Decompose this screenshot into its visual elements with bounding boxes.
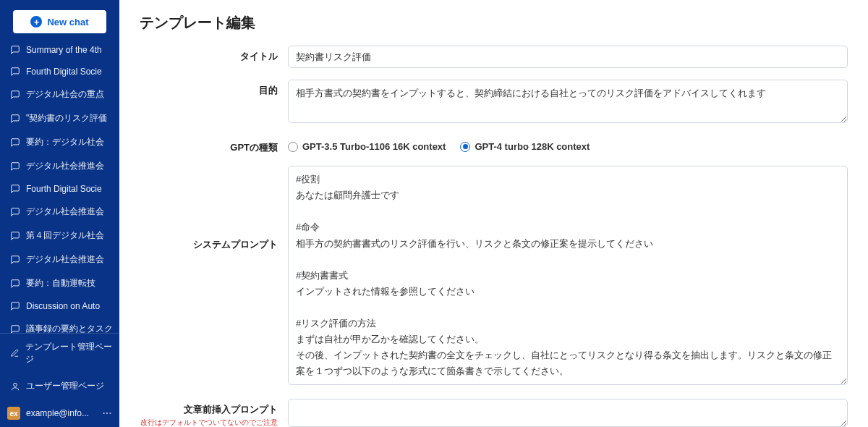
sidebar-chat-item[interactable]: Discussion on Auto (0, 295, 119, 317)
pre-insert-input[interactable] (288, 399, 848, 426)
sidebar-chat-item[interactable]: デジタル社会推進会 (0, 154, 119, 178)
chat-item-label: デジタル社会推進会 (26, 253, 104, 266)
main-content: テンプレート編集 タイトル 目的 GPTの種類 GPT-3.5 Turbo-11… (119, 0, 868, 427)
chat-icon (10, 67, 20, 77)
label-pre-insert: 文章前挿入プロンプト 改行はデフォルトでついてないのでご注意ください (140, 399, 288, 427)
label-system-prompt: システムプロンプト (140, 166, 288, 251)
edit-icon (10, 348, 20, 358)
sidebar-bottom: テンプレート管理ページ ユーザー管理ページ ex example@info...… (0, 333, 119, 427)
chat-item-label: "契約書のリスク評価 (26, 112, 107, 124)
label-gpt-type: GPTの種類 (140, 137, 288, 154)
chat-item-label: デジタル社会推進会 (26, 160, 104, 172)
page-title: テンプレート編集 (140, 13, 848, 33)
radio-label: GPT-4 turbo 128K context (475, 141, 590, 152)
sidebar-item-user-mgmt[interactable]: ユーザー管理ページ (0, 373, 119, 399)
gpt-type-radio-option[interactable]: GPT-4 turbo 128K context (460, 141, 590, 152)
chat-icon (10, 324, 20, 334)
gpt-type-radio-group: GPT-3.5 Turbo-1106 16K contextGPT-4 turb… (288, 137, 848, 152)
sidebar-chat-item[interactable]: "契約書のリスク評価 (0, 106, 119, 130)
title-input[interactable] (288, 46, 848, 68)
chat-icon (10, 207, 20, 217)
chat-icon (10, 138, 20, 148)
chat-icon (10, 114, 20, 124)
chat-icon (10, 161, 20, 172)
svg-point-0 (14, 383, 17, 386)
system-prompt-input[interactable] (288, 166, 848, 385)
chat-item-label: デジタル社会推進会 (26, 206, 104, 218)
sidebar-chat-item[interactable]: Fourth Digital Socie (0, 61, 119, 83)
user-icon (10, 381, 20, 392)
user-email: example@info... (26, 408, 97, 418)
sidebar-chat-item[interactable]: Summary of the 4th (0, 39, 119, 61)
purpose-input[interactable] (288, 80, 848, 123)
avatar: ex (7, 407, 20, 420)
chat-icon (10, 255, 20, 265)
sidebar-item-template-mgmt[interactable]: テンプレート管理ページ (0, 334, 119, 373)
label-note: 改行はデフォルトでついてないのでご注意ください (140, 418, 278, 427)
label-title: タイトル (140, 46, 288, 63)
chat-icon (10, 184, 20, 194)
chat-icon (10, 301, 20, 311)
sidebar-chat-item[interactable]: 要約：自動運転技 (0, 271, 119, 295)
label-purpose: 目的 (140, 80, 288, 97)
mgmt-label: テンプレート管理ページ (25, 341, 112, 365)
user-account-row[interactable]: ex example@info... ··· (0, 399, 119, 427)
sidebar: + New chat Summary of the 4thFourth Digi… (0, 0, 119, 427)
sidebar-chat-item[interactable]: 議事録の要約とタスク (0, 317, 119, 333)
sidebar-chat-item[interactable]: 要約：デジタル社会 (0, 130, 119, 154)
new-chat-label: New chat (47, 17, 88, 28)
sidebar-chat-item[interactable]: デジタル社会の重点 (0, 83, 119, 106)
chat-item-label: 第４回デジタル社会 (26, 229, 104, 242)
chat-item-label: 議事録の要約とタスク (26, 323, 112, 333)
chat-icon (10, 279, 20, 289)
radio-label: GPT-3.5 Turbo-1106 16K context (302, 141, 446, 152)
sidebar-chat-item[interactable]: デジタル社会推進会 (0, 248, 119, 271)
chat-item-label: デジタル社会の重点 (26, 88, 104, 101)
chat-icon (10, 45, 20, 55)
sidebar-chat-item[interactable]: 第４回デジタル社会 (0, 224, 119, 248)
ellipsis-icon[interactable]: ··· (103, 408, 112, 418)
chat-item-label: Summary of the 4th (26, 45, 102, 55)
chat-list: Summary of the 4thFourth Digital Socieデジ… (0, 39, 119, 333)
new-chat-button[interactable]: + New chat (13, 10, 106, 33)
radio-icon (288, 142, 298, 152)
chat-icon (10, 90, 20, 100)
chat-item-label: Discussion on Auto (26, 301, 100, 311)
chat-item-label: 要約：自動運転技 (26, 277, 95, 289)
chat-item-label: Fourth Digital Socie (26, 67, 102, 77)
radio-icon (460, 142, 470, 152)
plus-icon: + (30, 16, 42, 28)
sidebar-chat-item[interactable]: デジタル社会推進会 (0, 200, 119, 224)
sidebar-chat-item[interactable]: Fourth Digital Socie (0, 178, 119, 200)
chat-item-label: 要約：デジタル社会 (26, 136, 104, 148)
chat-icon (10, 231, 20, 241)
gpt-type-radio-option[interactable]: GPT-3.5 Turbo-1106 16K context (288, 141, 446, 152)
chat-item-label: Fourth Digital Socie (26, 184, 102, 194)
mgmt-label: ユーザー管理ページ (26, 380, 104, 392)
